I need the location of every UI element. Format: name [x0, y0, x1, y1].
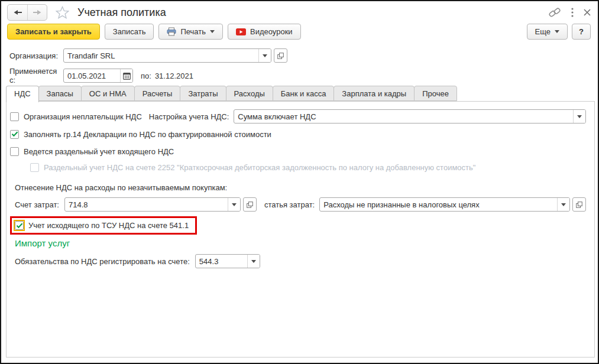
nonpayer-checkbox[interactable]	[10, 112, 19, 121]
vat-setting-input[interactable]	[234, 110, 573, 123]
focus-ring	[14, 220, 25, 231]
highlight-annotation: Учет исходящего по ТСУ НДС на счете 541.…	[10, 216, 197, 235]
tab-raschety[interactable]: Расчеты	[134, 86, 181, 101]
link-icon[interactable]	[548, 7, 561, 18]
cost-item-combo	[319, 197, 570, 212]
tsu-checkbox[interactable]	[15, 221, 24, 230]
vat-liability-combo	[195, 254, 260, 268]
separate-vat-row: Ведется раздельный учет входящего НДС	[10, 144, 586, 158]
chevron-down-icon	[263, 54, 267, 57]
tab-prochee[interactable]: Прочее	[414, 86, 457, 101]
print-button[interactable]: Печать	[158, 24, 223, 40]
video-lessons-button[interactable]: Видеоуроки	[228, 24, 301, 40]
nonpayer-label: Организация неплательщик НДС	[24, 112, 142, 121]
page-title: Учетная политика	[77, 6, 166, 19]
organization-label: Организация:	[9, 51, 63, 60]
tab-content-nds: Организация неплательщик НДС Настройка у…	[6, 101, 595, 358]
forward-button[interactable]	[27, 5, 47, 20]
applies-from-input[interactable]	[64, 69, 120, 82]
cost-item-input[interactable]	[320, 198, 557, 211]
separate-account-label: Раздельный учет НДС на счете 2252 "Кратк…	[44, 163, 475, 172]
cost-item-open-button[interactable]	[572, 197, 586, 212]
chevron-down-icon	[577, 115, 582, 118]
chevron-down-icon	[232, 203, 237, 206]
vat-liability-row: Обязательства по НДС регистрировать на с…	[15, 254, 586, 268]
tab-zapasy[interactable]: Запасы	[38, 86, 82, 101]
tab-rashody[interactable]: Расходы	[226, 86, 273, 101]
open-in-form-icon	[277, 53, 284, 59]
vat-liability-dropdown-button[interactable]	[247, 255, 260, 268]
close-icon[interactable]	[584, 9, 591, 16]
period-row: Применяется с: по: 31.12.2021	[9, 67, 193, 84]
import-services-section: Импорт услуг	[15, 237, 586, 249]
title-bar: Учетная политика	[7, 4, 591, 21]
open-in-form-icon	[576, 202, 582, 208]
fill-gr14-row: Заполнять гр.14 Декларации по НДС по фак…	[10, 127, 586, 141]
toolbar: Записать и закрыть Записать Печать Видео…	[7, 24, 591, 40]
vat-liability-label: Обязательства по НДС регистрировать на с…	[15, 257, 190, 266]
tab-nds[interactable]: НДС	[6, 86, 39, 102]
vat-setting-dropdown-button[interactable]	[573, 110, 585, 123]
applies-to-value: 31.12.2021	[155, 72, 193, 80]
kebab-menu-icon[interactable]	[571, 8, 574, 17]
cost-item-dropdown-button[interactable]	[557, 198, 569, 211]
applies-from-combo	[63, 69, 133, 83]
arrow-right-icon	[33, 9, 42, 15]
separate-vat-checkbox[interactable]	[10, 147, 19, 156]
more-label: Еще	[535, 27, 551, 36]
nonpayer-row: Организация неплательщик НДС Настройка у…	[10, 109, 586, 124]
tsu-label: Учет исходящего по ТСУ НДС на счете 541.…	[28, 221, 189, 230]
arrow-left-icon	[13, 9, 22, 15]
tab-zarplata-kadry[interactable]: Зарплата и кадры	[334, 86, 415, 101]
open-in-form-icon	[247, 202, 253, 208]
vat-liability-input[interactable]	[196, 255, 247, 268]
separate-account-row: Раздельный учет НДС на счете 2252 "Кратк…	[30, 161, 586, 174]
separate-account-checkbox	[30, 163, 39, 172]
organization-dropdown-button[interactable]	[258, 49, 271, 62]
more-button[interactable]: Еще	[527, 24, 568, 40]
vat-setting-combo	[234, 109, 586, 124]
chevron-down-icon	[251, 260, 256, 263]
cost-account-row: Счет затрат: статья затрат:	[15, 197, 586, 212]
tab-bank-kassa[interactable]: Банк и касса	[273, 86, 335, 101]
calendar-icon	[123, 72, 131, 80]
separate-vat-label: Ведется раздельный учет входящего НДС	[24, 147, 174, 156]
organization-input[interactable]	[64, 49, 258, 62]
fill-gr14-label: Заполнять гр.14 Декларации по НДС по фак…	[24, 130, 271, 139]
applies-from-label: Применяется с:	[9, 67, 63, 84]
organization-open-button[interactable]	[274, 48, 287, 63]
favorite-star-icon[interactable]	[56, 6, 69, 19]
organization-row: Организация:	[9, 48, 287, 63]
tab-os-nma[interactable]: ОС и НМА	[81, 86, 135, 101]
cost-account-label: Счет затрат:	[15, 200, 59, 209]
accounting-policy-window: Учетная политика Записать и закрыть Запи…	[0, 0, 599, 364]
expense-section-label: Отнесение НДС на расходы по незачитываем…	[15, 183, 227, 192]
check-icon	[16, 223, 23, 229]
save-button[interactable]: Записать	[105, 24, 154, 40]
organization-combo	[63, 48, 271, 63]
cost-account-input[interactable]	[65, 198, 228, 211]
back-button[interactable]	[8, 5, 27, 20]
cost-account-open-button[interactable]	[243, 197, 257, 212]
check-icon	[11, 131, 18, 137]
chevron-down-icon	[561, 203, 566, 206]
printer-icon	[167, 27, 176, 36]
tab-zatraty[interactable]: Затраты	[180, 86, 226, 101]
fill-gr14-checkbox[interactable]	[10, 130, 19, 139]
applies-to-label: по:	[141, 72, 151, 80]
title-actions	[548, 7, 591, 18]
toolbar-right: Еще ?	[527, 24, 591, 40]
tsu-row: Учет исходящего по ТСУ НДС на счете 541.…	[10, 216, 586, 235]
help-button[interactable]: ?	[572, 24, 591, 40]
cost-account-combo	[64, 197, 241, 212]
video-lessons-label: Видеоуроки	[250, 27, 293, 36]
import-services-title: Импорт услуг	[15, 238, 70, 248]
save-close-button[interactable]: Записать и закрыть	[7, 24, 100, 40]
cost-account-dropdown-button[interactable]	[228, 198, 240, 211]
tab-strip: НДС Запасы ОС и НМА Расчеты Затраты Расх…	[6, 86, 457, 102]
applies-from-calendar-button[interactable]	[120, 69, 132, 82]
chevron-down-icon	[555, 30, 559, 33]
cost-item-label: статья затрат:	[264, 200, 315, 209]
expense-section-row: Отнесение НДС на расходы по незачитываем…	[15, 182, 586, 193]
print-label: Печать	[180, 27, 206, 36]
